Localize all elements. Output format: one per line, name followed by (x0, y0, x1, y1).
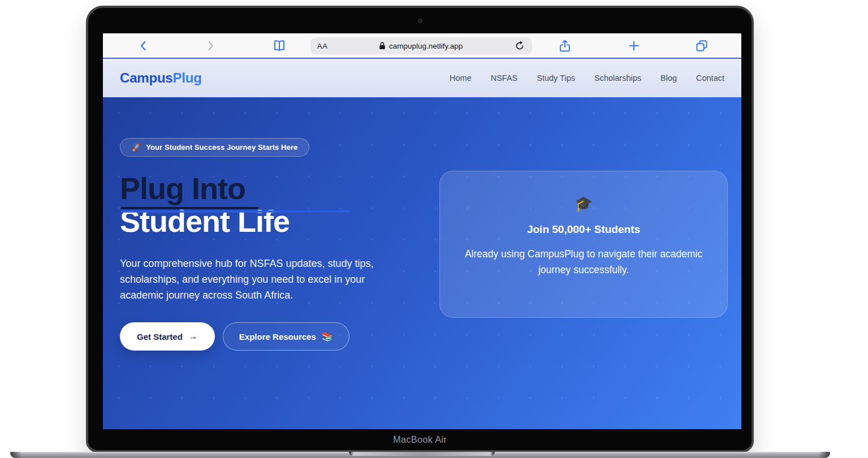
hero-badge-text: Your Student Success Journey Starts Here (146, 143, 297, 152)
macbook-base-notch (349, 452, 495, 456)
hero-section: 🚀 Your Student Success Journey Starts He… (103, 97, 741, 429)
address-bar[interactable]: AA campuplug.netlify.app (310, 37, 532, 54)
hero-title: Plug Into Student Life (120, 172, 290, 237)
page-background: AA campuplug.netlify.app (0, 0, 868, 458)
cta-row: Get Started → Explore Resources 📚 (120, 322, 349, 351)
book-icon (272, 38, 287, 53)
browser-toolbar: AA campuplug.netlify.app (103, 33, 741, 59)
hero-title-line2: Student Life (120, 205, 290, 237)
webcam-dot (418, 19, 422, 23)
logo-part-campus: Campus (120, 70, 173, 85)
share-button[interactable] (558, 38, 572, 53)
stat-card-title: Join 50,000+ Students (527, 223, 640, 236)
logo-part-plug: Plug (173, 70, 202, 85)
refresh-button[interactable] (514, 40, 525, 51)
url-text: campuplug.netlify.app (389, 42, 463, 50)
new-tab-button[interactable] (627, 39, 641, 53)
title-underline-blue (121, 210, 351, 213)
main-nav: Home NSFAS Study Tips Scholarships Blog … (450, 74, 724, 83)
chevron-left-icon (137, 40, 150, 52)
title-underline-dark (121, 207, 258, 209)
arrow-right-icon: → (189, 331, 198, 342)
macbook-frame: AA campuplug.netlify.app (86, 6, 754, 452)
tab-overview-button[interactable] (694, 38, 709, 53)
rocket-icon: 🚀 (132, 143, 141, 152)
macbook-base (10, 452, 830, 458)
graduation-cap-icon: 🎓 (575, 196, 593, 211)
site-header: CampusPlug Home NSFAS Study Tips Scholar… (103, 59, 741, 97)
hero-description: Your comprehensive hub for NSFAS updates… (120, 256, 391, 303)
reading-list-button[interactable] (272, 38, 287, 53)
get-started-label: Get Started (137, 332, 183, 342)
back-button[interactable] (137, 40, 150, 52)
nav-item-home[interactable]: Home (450, 74, 472, 83)
device-label: MacBook Air (393, 434, 447, 445)
tabs-icon (694, 38, 709, 53)
reader-options-button[interactable]: AA (317, 42, 327, 50)
nav-item-contact[interactable]: Contact (696, 74, 724, 83)
get-started-button[interactable]: Get Started → (120, 322, 215, 351)
nav-item-nsfas[interactable]: NSFAS (491, 74, 518, 83)
plus-icon (627, 39, 641, 53)
stat-card-text: Already using CampusPlug to navigate the… (456, 246, 711, 278)
hero-title-line1: Plug Into (120, 172, 290, 205)
site-logo[interactable]: CampusPlug (120, 70, 202, 86)
nav-item-study-tips[interactable]: Study Tips (537, 74, 575, 83)
forward-button[interactable] (204, 40, 217, 52)
explore-resources-label: Explore Resources (239, 332, 316, 342)
share-icon (558, 38, 572, 53)
chevron-right-icon (204, 40, 217, 52)
books-icon: 📚 (322, 331, 333, 342)
lock-icon (379, 42, 386, 50)
students-stat-card: 🎓 Join 50,000+ Students Already using Ca… (439, 171, 728, 318)
url-display: campuplug.netlify.app (327, 42, 514, 50)
hero-badge: 🚀 Your Student Success Journey Starts He… (120, 138, 309, 157)
nav-item-blog[interactable]: Blog (660, 74, 677, 83)
nav-item-scholarships[interactable]: Scholarships (594, 74, 641, 83)
explore-resources-button[interactable]: Explore Resources 📚 (223, 322, 349, 351)
laptop-screen: AA campuplug.netlify.app (103, 33, 741, 429)
refresh-icon (514, 40, 525, 51)
